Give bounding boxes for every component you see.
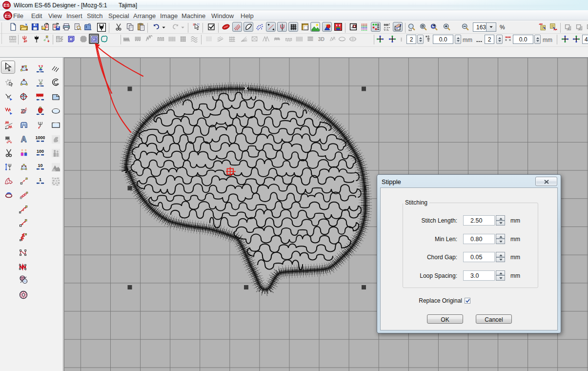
svg-text:ES: ES (3, 3, 9, 8)
svg-text:1: 1 (568, 26, 570, 31)
svg-text:1000: 1000 (36, 135, 45, 140)
svg-text:100: 100 (37, 149, 44, 154)
svg-text:3D: 3D (318, 37, 325, 42)
svg-text:2: 2 (579, 26, 581, 31)
svg-text:ES: ES (4, 13, 11, 19)
svg-text:10: 10 (38, 163, 42, 168)
svg-text:A: A (21, 135, 27, 144)
svg-text:1: 1 (39, 177, 41, 182)
svg-text:D: D (21, 107, 26, 115)
